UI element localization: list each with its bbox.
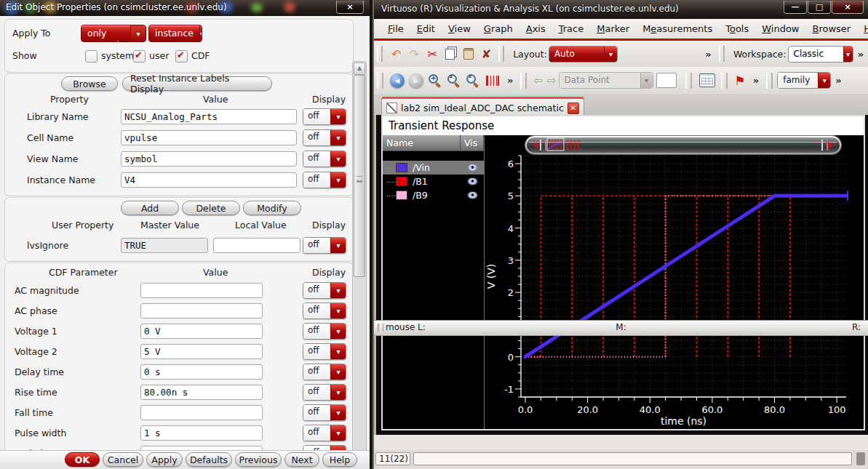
delete-button[interactable]: Delete bbox=[182, 201, 240, 215]
toolbar-overflow-chevron[interactable]: » bbox=[835, 75, 841, 86]
delete-icon[interactable]: ✘ bbox=[479, 45, 494, 63]
cdf-param-input[interactable] bbox=[140, 283, 263, 298]
menu-file[interactable]: File bbox=[381, 20, 410, 37]
paste-icon[interactable] bbox=[461, 45, 476, 63]
scroll-up-arrow-icon[interactable]: ▲ bbox=[354, 63, 365, 75]
family-dropdown[interactable]: family bbox=[777, 72, 831, 89]
ok-button[interactable]: OK bbox=[65, 452, 100, 467]
signal-row-vin[interactable]: /Vin bbox=[383, 161, 484, 175]
menu-axis[interactable]: Axis bbox=[519, 20, 552, 37]
transient-response-plot[interactable]: -101234560.020.040.060.080.0100time (ns)… bbox=[485, 154, 862, 428]
slider-right-arrow-icon[interactable] bbox=[828, 142, 837, 149]
menu-measurements[interactable]: Measurements bbox=[636, 20, 719, 37]
apply-target-dropdown[interactable]: instance bbox=[148, 25, 202, 42]
scrollbar-thumb[interactable] bbox=[354, 75, 365, 277]
browse-button[interactable]: Browse bbox=[61, 76, 118, 91]
menu-browser[interactable]: Browser bbox=[806, 20, 858, 37]
zoom-out-x-icon[interactable]: ² bbox=[466, 74, 479, 87]
menu-marker[interactable]: Marker bbox=[590, 20, 636, 37]
master-value-input[interactable] bbox=[121, 238, 208, 253]
toolbar-grip[interactable] bbox=[721, 73, 728, 89]
toolbar-grip[interactable] bbox=[377, 73, 383, 89]
add-button[interactable]: Add bbox=[121, 201, 179, 215]
menu-window[interactable]: Window bbox=[755, 20, 805, 37]
apply-scope-dropdown[interactable]: only current bbox=[81, 25, 146, 42]
minimize-button[interactable]: — bbox=[784, 1, 807, 14]
library-display-dropdown[interactable]: off bbox=[303, 108, 346, 125]
signal-row-b1[interactable]: /B1 bbox=[383, 175, 484, 188]
system-checkbox[interactable] bbox=[85, 50, 97, 63]
library-name-input[interactable] bbox=[121, 109, 297, 124]
slider-waveform-thumbnail[interactable] bbox=[546, 137, 594, 151]
view-name-input[interactable] bbox=[121, 151, 297, 167]
cut-icon[interactable]: ✂ bbox=[425, 45, 440, 63]
zoom-band-icon[interactable] bbox=[484, 72, 501, 89]
copy-icon[interactable] bbox=[443, 45, 458, 63]
back-icon[interactable]: ◀ bbox=[390, 73, 405, 88]
menu-help[interactable]: Help bbox=[857, 20, 868, 37]
prev-point-icon[interactable]: ⇦ bbox=[533, 74, 543, 87]
visibility-toggle[interactable] bbox=[465, 188, 479, 202]
slider-left-arrow-icon[interactable] bbox=[530, 142, 538, 149]
reset-instance-labels-button[interactable]: Reset Instance Labels Display bbox=[122, 76, 272, 91]
view-display-dropdown[interactable]: off bbox=[303, 151, 346, 167]
user-checkbox[interactable] bbox=[133, 50, 146, 63]
instance-display-dropdown[interactable]: off bbox=[303, 172, 346, 188]
help-button[interactable]: Help bbox=[322, 452, 357, 467]
toolbar-grip[interactable] bbox=[377, 46, 383, 62]
cdf-param-input[interactable] bbox=[140, 303, 263, 318]
tab-sim-ideal-adc-dac[interactable]: lab2 sim_Ideal_ADC_DAC schematic ✕ bbox=[381, 97, 584, 117]
maximize-button[interactable]: □ bbox=[808, 1, 831, 14]
toolbar-grip[interactable] bbox=[685, 73, 692, 89]
cdf-param-input[interactable] bbox=[140, 385, 263, 400]
slider-right-grip[interactable] bbox=[821, 140, 828, 151]
toolbar-grip[interactable] bbox=[498, 46, 504, 62]
toolbar-grip[interactable] bbox=[766, 73, 773, 89]
cdf-display-dropdown[interactable]: off bbox=[303, 404, 346, 421]
visibility-toggle[interactable] bbox=[465, 161, 479, 175]
toolbar-overflow-chevron[interactable]: » bbox=[858, 49, 864, 60]
vis-column-header[interactable]: Vis bbox=[461, 135, 484, 151]
cdf-display-dropdown[interactable]: off bbox=[303, 302, 346, 319]
viz-titlebar[interactable]: Virtuoso (R) Visualization & Analysis XL… bbox=[374, 0, 868, 19]
cell-name-input[interactable] bbox=[121, 130, 297, 145]
cdf-param-input[interactable] bbox=[140, 324, 263, 339]
signal-row-b9[interactable]: /B9 bbox=[383, 188, 484, 202]
menu-edit[interactable]: Edit bbox=[410, 20, 442, 37]
redo-icon[interactable]: ↷ bbox=[407, 45, 422, 63]
toolbar-overflow-chevron[interactable]: » bbox=[705, 49, 711, 60]
flag-icon[interactable]: ⚑ bbox=[735, 73, 746, 88]
lvsignore-display-dropdown[interactable]: off bbox=[303, 237, 346, 254]
corner-scroll-handle[interactable] bbox=[856, 452, 865, 465]
cdf-display-dropdown[interactable]: off bbox=[303, 384, 346, 401]
menu-trace[interactable]: Trace bbox=[552, 20, 591, 37]
menu-graph[interactable]: Graph bbox=[477, 20, 519, 37]
menu-view[interactable]: View bbox=[442, 20, 477, 37]
cdf-display-dropdown[interactable]: off bbox=[303, 364, 346, 380]
cdf-param-input[interactable] bbox=[140, 364, 263, 380]
cdf-display-dropdown[interactable]: off bbox=[303, 343, 346, 360]
zoom-in-x-icon[interactable]: ² bbox=[447, 74, 461, 87]
apply-button[interactable]: Apply bbox=[146, 452, 183, 467]
menu-tools[interactable]: Tools bbox=[719, 20, 755, 37]
cdf-param-input[interactable] bbox=[140, 425, 263, 441]
workspace-dropdown[interactable]: Classic bbox=[788, 46, 853, 63]
cell-display-dropdown[interactable]: off bbox=[303, 129, 346, 146]
defaults-button[interactable]: Defaults bbox=[186, 452, 232, 467]
cdf-display-dropdown[interactable]: off bbox=[303, 323, 346, 340]
modify-button[interactable]: Modify bbox=[243, 201, 301, 215]
toolbar-grip[interactable] bbox=[520, 73, 527, 89]
toolbar-overflow-chevron[interactable]: » bbox=[507, 75, 513, 86]
name-column-header[interactable]: Name bbox=[383, 135, 461, 151]
undo-icon[interactable]: ↶ bbox=[389, 45, 404, 63]
dialog-scrollbar[interactable]: ▲ ▼ bbox=[352, 61, 367, 466]
next-point-icon[interactable]: ⇨ bbox=[547, 74, 557, 87]
previous-button[interactable]: Previous bbox=[235, 452, 282, 467]
datapoint-dropdown[interactable]: Data Point bbox=[559, 72, 653, 89]
cdf-param-input[interactable] bbox=[140, 405, 263, 420]
cdf-display-dropdown[interactable]: off bbox=[303, 425, 346, 441]
visibility-toggle[interactable] bbox=[465, 175, 479, 188]
slider-track[interactable] bbox=[527, 137, 840, 153]
tab-close-icon[interactable]: ✕ bbox=[568, 103, 579, 114]
cdf-param-input[interactable] bbox=[140, 344, 263, 359]
